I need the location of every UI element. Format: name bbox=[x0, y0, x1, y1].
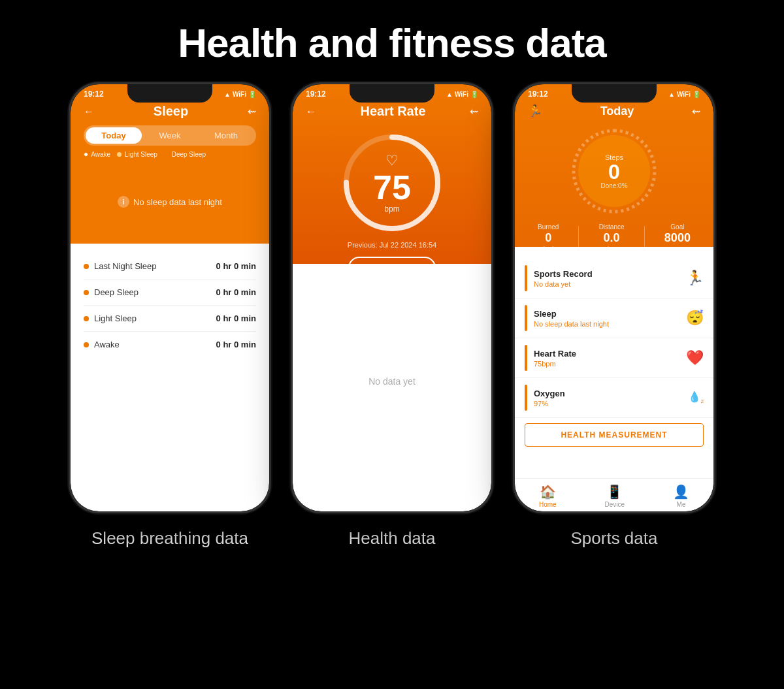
dot-lastnightsleep bbox=[84, 264, 89, 269]
nav-me[interactable]: 👤 Me bbox=[673, 484, 689, 508]
sports-screen: 19:12 ▲ WiFi 🔋 🏃 Today ⇜ bbox=[515, 84, 713, 511]
heart-screen: 19:12 ▲ WiFi 🔋 ← Heart Rate ⇜ bbox=[293, 84, 491, 511]
dot-lightsleep bbox=[84, 316, 89, 321]
heart-no-data: No data yet bbox=[293, 303, 491, 460]
page-title: Health and fitness data bbox=[0, 0, 784, 82]
sports-header: 🏃 Today ⇜ bbox=[515, 101, 713, 122]
heartbeat-icon: ♡ bbox=[385, 152, 399, 169]
sports-share-icon[interactable]: ⇜ bbox=[692, 105, 700, 118]
sleep-status-bar: 19:12 ▲ WiFi 🔋 bbox=[71, 84, 269, 101]
legend-awake: Awake bbox=[84, 151, 110, 158]
sports-run-icon: 🏃 bbox=[528, 104, 542, 118]
record-oxygen[interactable]: Oxygen 97% 💧2 bbox=[515, 378, 713, 418]
battery-icon: 🔋 bbox=[693, 91, 700, 98]
record-oxygen-icon: 💧2 bbox=[688, 391, 704, 404]
sleep-stat-deepsleep: Deep Sleep 0 hr 0 min bbox=[84, 280, 256, 306]
sleep-status-time: 19:12 bbox=[84, 89, 104, 99]
record-sleep[interactable]: Sleep No sleep data last night 😴 bbox=[515, 298, 713, 338]
steps-inner: Steps 0 Done:0% bbox=[578, 135, 650, 207]
sleep-screen: 19:12 ▲ WiFi 🔋 ← Sleep ⇜ Today Week bbox=[71, 84, 269, 511]
signal-icon: ▲ bbox=[224, 91, 231, 98]
heart-back-icon[interactable]: ← bbox=[306, 106, 316, 118]
device-icon: 📱 bbox=[606, 484, 623, 500]
phone2-label: Health data bbox=[349, 528, 436, 549]
record-bar bbox=[525, 385, 527, 411]
stats-divider2 bbox=[644, 226, 645, 249]
record-heart-icon: ❤️ bbox=[686, 349, 704, 366]
record-text: Sports Record No data yet bbox=[534, 269, 686, 288]
sleep-status-icons: ▲ WiFi 🔋 bbox=[224, 91, 256, 98]
signal-icon: ▲ bbox=[668, 91, 675, 98]
no-sleep-message: i No sleep data last night bbox=[71, 163, 269, 240]
battery-icon: 🔋 bbox=[470, 91, 478, 98]
record-bar bbox=[525, 345, 527, 371]
phone-sleep-wrapper: 19:12 ▲ WiFi 🔋 ← Sleep ⇜ Today Week bbox=[69, 82, 271, 549]
sports-status-bar: 19:12 ▲ WiFi 🔋 bbox=[515, 84, 713, 101]
sports-burned: Burned 0 kcal bbox=[538, 223, 559, 252]
heart-status-bar: 19:12 ▲ WiFi 🔋 bbox=[293, 84, 491, 101]
stats-divider1 bbox=[578, 226, 579, 249]
record-sports-icon: 🏃 bbox=[686, 270, 704, 287]
phone-sports-wrapper: 19:12 ▲ WiFi 🔋 🏃 Today ⇜ bbox=[513, 82, 715, 549]
phone-heart-frame: 19:12 ▲ WiFi 🔋 ← Heart Rate ⇜ bbox=[291, 82, 493, 513]
record-sports[interactable]: Sports Record No data yet 🏃 bbox=[515, 259, 713, 298]
sleep-stats-section: Last Night Sleep 0 hr 0 min Deep Sleep 0… bbox=[71, 244, 269, 367]
signal-icon: ▲ bbox=[446, 91, 453, 98]
phone-sports-frame: 19:12 ▲ WiFi 🔋 🏃 Today ⇜ bbox=[513, 82, 715, 513]
sleep-share-icon[interactable]: ⇜ bbox=[248, 105, 256, 118]
sleep-header: ← Sleep ⇜ bbox=[71, 101, 269, 125]
heart-circle-container: ♡ 75 bpm bbox=[293, 124, 491, 238]
sports-distance: Distance 0.0 km bbox=[599, 223, 625, 252]
sports-stats-row: Burned 0 kcal Distance 0.0 km Goal 8000 bbox=[515, 220, 713, 259]
record-text: Oxygen 97% bbox=[534, 389, 688, 408]
sleep-stat-lightsleep: Light Sleep 0 hr 0 min bbox=[84, 306, 256, 332]
steps-circle-container: Steps 0 Done:0% bbox=[515, 122, 713, 220]
steps-label: Steps bbox=[605, 153, 623, 161]
me-icon: 👤 bbox=[673, 484, 689, 500]
sleep-stat-lastnightsleep: Last Night Sleep 0 hr 0 min bbox=[84, 253, 256, 280]
heart-status-icons: ▲ WiFi 🔋 bbox=[446, 91, 478, 98]
record-bar bbox=[525, 305, 527, 331]
record-heartrate[interactable]: Heart Rate 75bpm ❤️ bbox=[515, 338, 713, 378]
wifi-icon: WiFi bbox=[455, 91, 468, 98]
sleep-back-icon[interactable]: ← bbox=[84, 106, 94, 118]
start-button[interactable]: START bbox=[348, 257, 436, 279]
sports-status-icons: ▲ WiFi 🔋 bbox=[668, 91, 700, 98]
steps-done: Done:0% bbox=[600, 182, 627, 189]
bpm-label: bpm bbox=[384, 204, 399, 214]
tab-week[interactable]: Week bbox=[142, 127, 198, 144]
wifi-icon: WiFi bbox=[233, 91, 246, 98]
sports-records-section: Sports Record No data yet 🏃 Sleep No sle… bbox=[515, 259, 713, 447]
battery-icon: 🔋 bbox=[248, 91, 256, 98]
info-icon: i bbox=[118, 196, 129, 208]
phone-heart-wrapper: 19:12 ▲ WiFi 🔋 ← Heart Rate ⇜ bbox=[291, 82, 493, 549]
record-text: Heart Rate 75bpm bbox=[534, 349, 686, 368]
awake-dot bbox=[84, 152, 88, 157]
heart-status-time: 19:12 bbox=[306, 89, 326, 99]
sports-goal: Goal 8000 bbox=[664, 223, 691, 252]
light-dot bbox=[117, 152, 122, 157]
nav-home[interactable]: 🏠 Home bbox=[539, 484, 557, 508]
phone1-label: Sleep breathing data bbox=[91, 528, 248, 549]
heart-bpm-display: ♡ 75 bpm bbox=[340, 131, 444, 235]
heart-circle: ♡ 75 bpm bbox=[340, 131, 444, 235]
phone3-label: Sports data bbox=[571, 528, 658, 549]
bpm-number: 75 bbox=[373, 170, 411, 204]
sleep-tabs: Today Week Month bbox=[84, 125, 256, 146]
phones-row: 19:12 ▲ WiFi 🔋 ← Sleep ⇜ Today Week bbox=[0, 82, 784, 549]
record-text: Sleep No sleep data last night bbox=[534, 309, 686, 328]
heart-share-icon[interactable]: ⇜ bbox=[470, 105, 478, 118]
steps-number: 0 bbox=[608, 161, 620, 182]
sleep-title: Sleep bbox=[154, 104, 188, 119]
sleep-stat-awake: Awake 0 hr 0 min bbox=[84, 332, 256, 357]
tab-today[interactable]: Today bbox=[86, 127, 142, 144]
steps-ring: Steps 0 Done:0% bbox=[568, 125, 660, 217]
health-measurement-button[interactable]: HEALTH MEASUREMENT bbox=[525, 423, 704, 447]
nav-device[interactable]: 📱 Device bbox=[605, 484, 625, 508]
tab-month[interactable]: Month bbox=[198, 127, 254, 144]
heart-previous: Previous: Jul 22 2024 16:54 bbox=[293, 238, 491, 251]
heart-title: Heart Rate bbox=[360, 104, 425, 119]
sleep-legend: Awake Light Sleep Deep Sleep bbox=[71, 151, 269, 163]
wifi-icon: WiFi bbox=[677, 91, 691, 98]
record-bar bbox=[525, 265, 527, 291]
